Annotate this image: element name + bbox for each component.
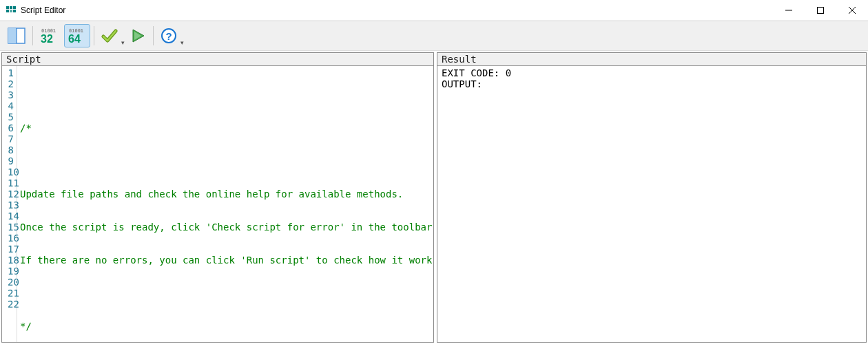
maximize-icon [817, 7, 824, 14]
mode-64-button[interactable]: 01001 64 [64, 24, 90, 47]
run-script-button[interactable] [126, 24, 149, 47]
split-view-button[interactable] [4, 24, 29, 47]
svg-rect-2 [13, 6, 16, 9]
code-line: Once the script is ready, click 'Check s… [20, 222, 433, 233]
line-number: 19 [8, 266, 14, 277]
help-icon: ? [161, 28, 177, 44]
script-editor[interactable]: 12345678910111213141516171819202122 /* U… [2, 65, 433, 342]
split-view-icon [8, 27, 25, 45]
line-number: 12 [8, 189, 14, 200]
window-controls [773, 0, 868, 20]
line-number: 10 [8, 166, 14, 178]
toolbar-separator [153, 26, 154, 45]
code-line [20, 288, 433, 299]
line-number: 5 [8, 111, 14, 122]
mode-32-icon: 01001 32 [40, 27, 59, 45]
help-dropdown-icon[interactable]: ▾ [180, 39, 184, 50]
content-area: Script 123456789101112131415161718192021… [0, 51, 868, 344]
line-number: 9 [8, 155, 14, 166]
mode-32-button[interactable]: 01001 32 [37, 24, 63, 47]
window-title: Script Editor [21, 6, 773, 15]
line-number: 8 [8, 144, 14, 155]
code-line [20, 89, 433, 100]
line-number: 22 [8, 299, 14, 310]
svg-rect-5 [13, 10, 16, 12]
svg-text:?: ? [165, 30, 172, 42]
line-number: 16 [8, 233, 14, 244]
toolbar: 01001 32 01001 64 ▾ ? ▾ [0, 21, 868, 51]
check-icon [101, 28, 118, 44]
line-number: 7 [8, 133, 14, 144]
maximize-button[interactable] [805, 0, 836, 21]
svg-rect-7 [818, 8, 824, 14]
line-number: 2 [8, 78, 14, 89]
line-gutter: 12345678910111213141516171819202122 [2, 66, 17, 342]
line-number: 15 [8, 222, 14, 233]
line-number: 3 [8, 89, 14, 100]
toolbar-separator [32, 26, 33, 45]
line-number: 13 [8, 200, 14, 211]
code-line [20, 155, 433, 166]
svg-rect-11 [8, 28, 16, 43]
code-line: If there are no errors, you can click 'R… [20, 255, 433, 266]
line-number: 11 [8, 178, 14, 189]
result-line: OUTPUT: [442, 78, 482, 89]
toolbar-separator [94, 26, 94, 45]
script-pane: Script 123456789101112131415161718192021… [1, 52, 434, 343]
result-output[interactable]: EXIT CODE: 0 OUTPUT: [437, 65, 866, 342]
line-number: 21 [8, 288, 14, 299]
close-button[interactable] [836, 0, 868, 21]
minimize-button[interactable] [773, 0, 805, 21]
play-icon [130, 28, 145, 43]
app-icon [6, 5, 17, 16]
mode-64-icon: 01001 64 [68, 27, 87, 45]
line-number: 4 [8, 100, 14, 111]
result-pane-header: Result [437, 53, 866, 65]
line-number: 1 [8, 67, 14, 78]
line-number: 14 [8, 211, 14, 222]
line-number: 17 [8, 244, 14, 255]
svg-rect-1 [10, 6, 12, 9]
result-line: EXIT CODE: 0 [442, 67, 511, 78]
result-pane: Result EXIT CODE: 0 OUTPUT: [437, 52, 867, 343]
titlebar: Script Editor [0, 0, 868, 21]
line-number: 18 [8, 255, 14, 266]
check-script-button[interactable] [98, 24, 121, 47]
code-area[interactable]: /* Update file paths and check the onlin… [17, 66, 433, 342]
line-number: 20 [8, 277, 14, 288]
code-line: Update file paths and check the online h… [20, 189, 433, 200]
help-button[interactable]: ? [157, 24, 180, 47]
code-line: */ [20, 321, 433, 332]
svg-rect-0 [6, 6, 9, 9]
svg-rect-4 [10, 10, 12, 12]
svg-text:64: 64 [68, 33, 81, 45]
code-line: /* [20, 122, 433, 133]
svg-rect-3 [6, 10, 9, 12]
check-dropdown-icon[interactable]: ▾ [121, 39, 125, 50]
svg-text:32: 32 [41, 33, 53, 45]
line-number: 6 [8, 122, 14, 133]
close-icon [849, 7, 856, 14]
minimize-icon [785, 7, 792, 14]
script-pane-header: Script [2, 53, 433, 65]
